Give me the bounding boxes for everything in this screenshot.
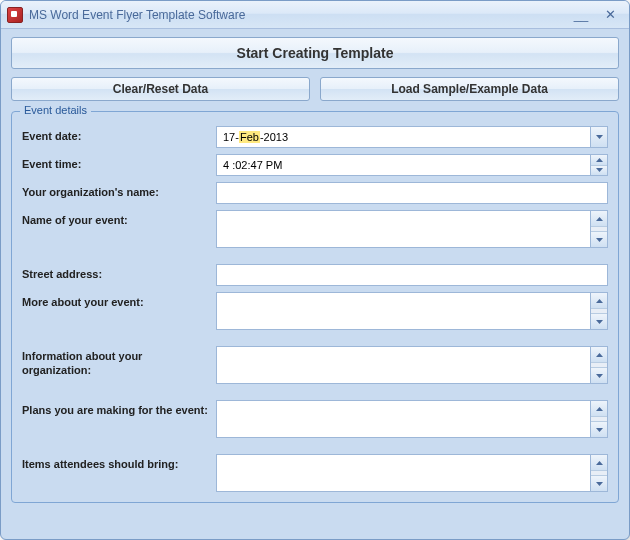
row-info-org: Information about your organization:	[22, 346, 608, 394]
scroll-up[interactable]	[591, 455, 607, 471]
load-sample-button[interactable]: Load Sample/Example Data	[320, 77, 619, 101]
chevron-up-icon	[596, 461, 603, 465]
scrollbar[interactable]	[590, 454, 608, 492]
svg-marker-12	[596, 482, 603, 486]
plans-field	[216, 400, 608, 438]
chevron-up-icon	[596, 158, 603, 162]
chevron-up-icon	[596, 353, 603, 357]
street-input[interactable]	[216, 264, 608, 286]
client-area: Start Creating Template Clear/Reset Data…	[1, 29, 629, 511]
scrollbar[interactable]	[590, 292, 608, 330]
svg-marker-2	[596, 168, 603, 172]
svg-marker-5	[596, 299, 603, 303]
row-plans: Plans you are making for the event:	[22, 400, 608, 448]
info-org-field	[216, 346, 608, 384]
chevron-down-icon	[596, 168, 603, 172]
label-event-date: Event date:	[22, 126, 210, 143]
row-org-name: Your organization's name:	[22, 182, 608, 204]
more-input[interactable]	[216, 292, 590, 330]
button-row: Clear/Reset Data Load Sample/Example Dat…	[11, 77, 619, 101]
scroll-down[interactable]	[591, 367, 607, 383]
scroll-up[interactable]	[591, 211, 607, 227]
label-event-time: Event time:	[22, 154, 210, 171]
chevron-down-icon	[596, 238, 603, 242]
chevron-down-icon	[596, 482, 603, 486]
scrollbar[interactable]	[590, 400, 608, 438]
svg-marker-10	[596, 428, 603, 432]
time-spin-up[interactable]	[591, 155, 607, 166]
event-details-group: Event details Event date: 17-Feb-2013	[11, 111, 619, 503]
label-street: Street address:	[22, 264, 210, 281]
chevron-down-icon	[596, 320, 603, 324]
event-date-field[interactable]: 17-Feb-2013	[216, 126, 608, 148]
chevron-up-icon	[596, 217, 603, 221]
event-time-value[interactable]: 4 :02:47 PM	[216, 154, 590, 176]
chevron-up-icon	[596, 407, 603, 411]
label-event-name: Name of your event:	[22, 210, 210, 227]
chevron-down-icon	[596, 135, 603, 139]
label-more: More about your event:	[22, 292, 210, 309]
minimize-button[interactable]: __	[568, 7, 594, 23]
info-org-input[interactable]	[216, 346, 590, 384]
date-dropdown-button[interactable]	[590, 126, 608, 148]
scroll-up[interactable]	[591, 347, 607, 363]
row-items: Items attendees should bring:	[22, 454, 608, 492]
event-name-input[interactable]	[216, 210, 590, 248]
scroll-down[interactable]	[591, 475, 607, 491]
time-spin-down[interactable]	[591, 166, 607, 176]
titlebar: MS Word Event Flyer Template Software __…	[1, 1, 629, 29]
clear-reset-button[interactable]: Clear/Reset Data	[11, 77, 310, 101]
scroll-down[interactable]	[591, 313, 607, 329]
more-field	[216, 292, 608, 330]
event-time-field[interactable]: 4 :02:47 PM	[216, 154, 608, 176]
row-street: Street address:	[22, 264, 608, 286]
scroll-down[interactable]	[591, 421, 607, 437]
app-window: MS Word Event Flyer Template Software __…	[0, 0, 630, 540]
chevron-down-icon	[596, 428, 603, 432]
label-org-name: Your organization's name:	[22, 182, 210, 199]
row-event-name: Name of your event:	[22, 210, 608, 258]
start-creating-button[interactable]: Start Creating Template	[11, 37, 619, 69]
row-event-time: Event time: 4 :02:47 PM	[22, 154, 608, 176]
chevron-down-icon	[596, 374, 603, 378]
svg-marker-6	[596, 320, 603, 324]
window-title: MS Word Event Flyer Template Software	[29, 8, 565, 22]
svg-marker-4	[596, 238, 603, 242]
org-name-input[interactable]	[216, 182, 608, 204]
svg-marker-9	[596, 407, 603, 411]
svg-marker-0	[596, 135, 603, 139]
plans-input[interactable]	[216, 400, 590, 438]
label-info-org: Information about your organization:	[22, 346, 210, 378]
row-event-date: Event date: 17-Feb-2013	[22, 126, 608, 148]
chevron-up-icon	[596, 299, 603, 303]
items-input[interactable]	[216, 454, 590, 492]
svg-marker-8	[596, 374, 603, 378]
scrollbar[interactable]	[590, 346, 608, 384]
event-date-value[interactable]: 17-Feb-2013	[216, 126, 590, 148]
close-button[interactable]: ✕	[597, 7, 623, 23]
event-name-field	[216, 210, 608, 248]
row-more: More about your event:	[22, 292, 608, 340]
scroll-up[interactable]	[591, 401, 607, 417]
label-plans: Plans you are making for the event:	[22, 400, 210, 417]
app-icon	[7, 7, 23, 23]
scrollbar[interactable]	[590, 210, 608, 248]
scroll-down[interactable]	[591, 231, 607, 247]
scroll-up[interactable]	[591, 293, 607, 309]
items-field	[216, 454, 608, 492]
time-spinner	[590, 154, 608, 176]
svg-marker-1	[596, 158, 603, 162]
label-items: Items attendees should bring:	[22, 454, 210, 471]
svg-marker-7	[596, 353, 603, 357]
svg-marker-3	[596, 217, 603, 221]
svg-marker-11	[596, 461, 603, 465]
group-legend: Event details	[20, 104, 91, 116]
